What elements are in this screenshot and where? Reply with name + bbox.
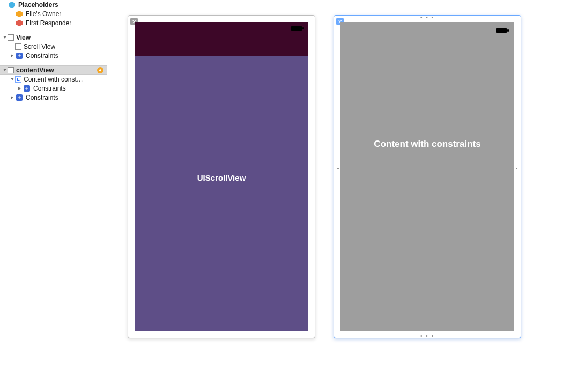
cube-icon xyxy=(8,1,16,9)
status-bar xyxy=(135,22,308,56)
cube-icon xyxy=(15,19,24,27)
files-owner-label: File's Owner xyxy=(26,10,61,18)
outline-row-constraints-1[interactable]: Constraints xyxy=(0,51,107,60)
device-frame-contentview[interactable]: ✕ • • • • • • •• •• Content with constra… xyxy=(334,15,521,338)
contentview-label: contentView xyxy=(16,66,54,74)
document-outline[interactable]: Placeholders File's Owner First Responde… xyxy=(0,0,107,392)
disclosure-triangle-icon[interactable] xyxy=(2,35,8,40)
uiscrollview-title: UIScrollView xyxy=(197,173,246,182)
label-icon: L xyxy=(15,76,21,83)
battery-icon xyxy=(291,25,304,33)
outline-row-contentview[interactable]: contentView ● xyxy=(0,65,107,75)
view-icon xyxy=(8,34,14,41)
uiscrollview-canvas[interactable]: UIScrollView xyxy=(135,56,308,331)
outline-row-first-responder[interactable]: First Responder xyxy=(0,18,107,27)
battery-icon xyxy=(496,27,509,35)
outline-spacer xyxy=(0,27,107,33)
placeholders-label: Placeholders xyxy=(18,1,58,9)
disclosure-triangle-icon[interactable] xyxy=(17,86,23,91)
svg-rect-9 xyxy=(291,26,302,31)
constraints-label: Constraints xyxy=(26,94,58,101)
outline-row-constraints-2[interactable]: Constraints xyxy=(0,84,107,93)
contentview-canvas[interactable]: Content with constraints xyxy=(340,22,514,331)
constraints-icon xyxy=(15,93,24,102)
cube-icon xyxy=(15,10,24,18)
view-icon xyxy=(15,43,21,50)
device-frame-view[interactable]: ✕ UIScrollView xyxy=(128,15,315,338)
scroll-view-label: Scroll View xyxy=(24,43,55,50)
warning-badge-icon[interactable]: ● xyxy=(97,67,103,73)
device-inner: UIScrollView xyxy=(135,22,308,331)
constraints-icon xyxy=(15,51,24,60)
device-inner: Content with constraints xyxy=(340,22,514,331)
svg-rect-10 xyxy=(302,27,304,29)
interface-builder-canvas[interactable]: ✕ UIScrollView ✕ • • • • • • •• •• xyxy=(107,0,563,392)
constraints-label: Constraints xyxy=(33,85,66,92)
view-label: View xyxy=(16,34,31,41)
outline-spacer xyxy=(0,60,107,65)
disclosure-triangle-icon[interactable] xyxy=(10,77,15,82)
outline-row-placeholders[interactable]: Placeholders xyxy=(0,0,107,9)
svg-rect-11 xyxy=(496,28,507,33)
constraints-icon xyxy=(23,84,31,93)
disclosure-triangle-icon[interactable] xyxy=(10,95,15,100)
svg-rect-12 xyxy=(507,29,509,32)
outline-row-content-label[interactable]: L Content with const… xyxy=(0,75,107,84)
outline-row-constraints-3[interactable]: Constraints xyxy=(0,93,107,102)
outline-row-files-owner[interactable]: File's Owner xyxy=(0,9,107,18)
view-icon xyxy=(8,67,14,73)
first-responder-label: First Responder xyxy=(26,19,71,27)
outline-row-scrollview[interactable]: Scroll View xyxy=(0,42,107,51)
resize-handle-icon[interactable]: • • • xyxy=(420,333,434,339)
content-with-constraints-title: Content with constraints xyxy=(340,139,514,150)
constraints-label: Constraints xyxy=(26,52,58,60)
content-with-const-label: Content with const… xyxy=(24,76,83,83)
resize-handle-icon[interactable]: • • • xyxy=(420,14,434,20)
disclosure-triangle-icon[interactable] xyxy=(10,53,15,58)
disclosure-triangle-icon[interactable] xyxy=(2,68,8,73)
outline-row-view[interactable]: View xyxy=(0,33,107,42)
